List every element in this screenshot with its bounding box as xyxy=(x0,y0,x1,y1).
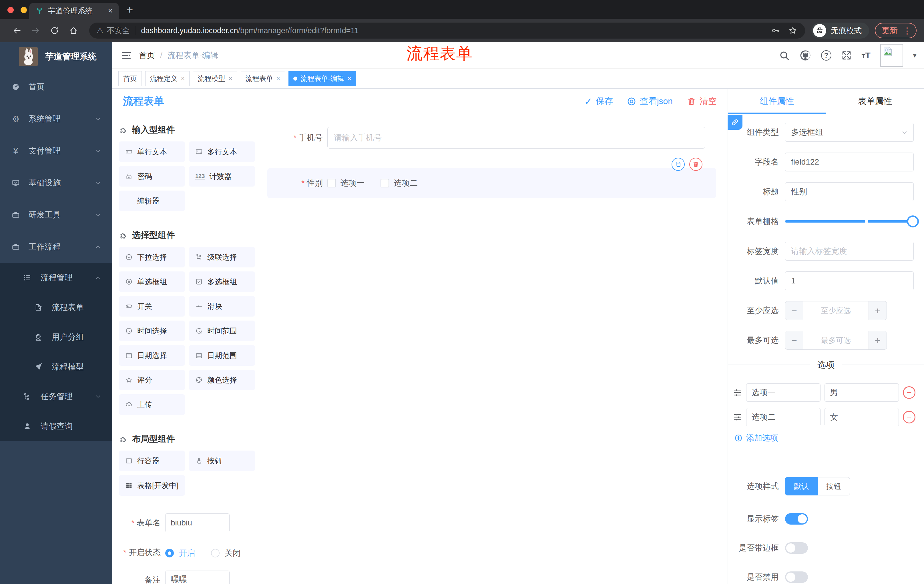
fullscreen-icon[interactable] xyxy=(841,50,852,61)
sidebar-item-devtools[interactable]: 研发工具 xyxy=(0,199,112,231)
breadcrumb-home[interactable]: 首页 xyxy=(139,50,155,61)
sidebar-item-user-group[interactable]: 用户分组 xyxy=(0,322,112,352)
tag-close-icon[interactable]: × xyxy=(229,75,233,82)
search-icon[interactable] xyxy=(779,50,790,61)
phone-input[interactable] xyxy=(327,127,705,148)
show-label-toggle[interactable] xyxy=(785,513,808,525)
close-window-button[interactable] xyxy=(7,7,14,13)
palette-item-cascader[interactable]: 级联选择 xyxy=(189,247,255,267)
tag-process-form[interactable]: 流程表单 × xyxy=(241,71,285,86)
remove-option-button[interactable]: − xyxy=(903,386,916,399)
form-canvas[interactable]: 手机号 性别 选项一 选项二 xyxy=(262,114,728,584)
sidebar-item-process-form[interactable]: 流程表单 xyxy=(0,293,112,322)
palette-item-editor[interactable]: 编辑器 xyxy=(119,191,185,211)
palette-item-upload[interactable]: 上传 xyxy=(119,394,185,415)
disabled-toggle[interactable] xyxy=(785,571,808,583)
canvas-field-phone[interactable]: 手机号 xyxy=(262,127,728,148)
title-input[interactable] xyxy=(785,182,914,201)
minimize-window-button[interactable] xyxy=(21,7,27,13)
palette-item-time-range[interactable]: 时间范围 xyxy=(189,321,255,341)
avatar[interactable] xyxy=(880,44,903,67)
palette-item-multi-text[interactable]: 多行文本 xyxy=(189,141,255,162)
style-default-button[interactable]: 默认 xyxy=(785,477,818,495)
default-value-input[interactable] xyxy=(785,271,914,290)
help-icon[interactable]: ? xyxy=(821,50,832,61)
palette-item-time-picker[interactable]: 时间选择 xyxy=(119,321,185,341)
stepper-minus-button[interactable]: − xyxy=(785,331,803,349)
sidebar-item-process-model[interactable]: 流程模型 xyxy=(0,352,112,382)
security-label[interactable]: 不安全 xyxy=(107,25,130,36)
save-button[interactable]: ✓ 保存 xyxy=(584,95,613,107)
delete-component-button[interactable] xyxy=(689,158,703,171)
sidebar-item-infra[interactable]: 基础设施 xyxy=(0,167,112,199)
checkbox-option-1[interactable] xyxy=(327,179,336,188)
stepper-minus-button[interactable]: − xyxy=(785,301,803,320)
stepper-plus-button[interactable]: + xyxy=(869,331,886,349)
tab-form-props[interactable]: 表单属性 xyxy=(826,89,924,114)
github-icon[interactable] xyxy=(799,49,811,61)
duplicate-component-button[interactable] xyxy=(672,158,685,171)
option-1-label-input[interactable] xyxy=(746,383,820,402)
slider-handle[interactable] xyxy=(907,216,919,227)
tag-close-icon[interactable]: × xyxy=(181,75,185,82)
new-tab-button[interactable]: + xyxy=(126,3,133,16)
palette-item-password[interactable]: 密码 xyxy=(119,166,185,187)
palette-item-counter[interactable]: 123计数器 xyxy=(189,166,255,187)
checkbox-option-2[interactable] xyxy=(381,179,389,188)
sidebar-collapse-icon[interactable] xyxy=(120,50,132,61)
stepper-plus-button[interactable]: + xyxy=(869,301,886,320)
sidebar-item-system[interactable]: ⚙ 系统管理 xyxy=(0,103,112,135)
home-icon[interactable] xyxy=(69,26,78,35)
back-icon[interactable] xyxy=(12,26,22,35)
canvas-field-gender-selected[interactable]: 性别 选项一 选项二 xyxy=(267,168,716,198)
label-width-input[interactable] xyxy=(785,242,914,261)
tag-close-icon[interactable]: × xyxy=(276,75,280,82)
palette-item-single-text[interactable]: 单行文本 xyxy=(119,141,185,162)
radio-on[interactable] xyxy=(165,549,174,558)
drag-handle-icon[interactable] xyxy=(733,388,742,397)
palette-item-select[interactable]: 下拉选择 xyxy=(119,247,185,267)
tab-component-props[interactable]: 组件属性 xyxy=(728,89,826,114)
tag-close-icon[interactable]: × xyxy=(348,75,351,82)
tag-process-definition[interactable]: 流程定义 × xyxy=(145,71,190,86)
clear-button[interactable]: 清空 xyxy=(686,95,717,107)
stepper-value[interactable]: 最多可选 xyxy=(803,331,869,349)
checkbox-option-2-label[interactable]: 选项二 xyxy=(394,178,418,189)
font-size-icon[interactable]: TT xyxy=(862,51,871,60)
sidebar-item-home[interactable]: 首页 xyxy=(0,71,112,103)
stepper-value[interactable]: 至少应选 xyxy=(803,301,869,320)
palette-item-radio-group[interactable]: 单选框组 xyxy=(119,271,185,292)
sidebar-item-workflow[interactable]: 工作流程 xyxy=(0,231,112,263)
reload-icon[interactable] xyxy=(50,26,59,35)
field-name-input[interactable] xyxy=(785,153,914,171)
tag-home[interactable]: 首页 xyxy=(118,71,142,86)
palette-item-button[interactable]: 按钮 xyxy=(189,451,255,471)
remove-option-button[interactable]: − xyxy=(903,411,916,423)
radio-on-label[interactable]: 开启 xyxy=(179,548,195,559)
form-remark-textarea[interactable]: 嘿嘿 xyxy=(165,571,229,584)
form-grid-slider[interactable] xyxy=(785,212,914,231)
add-option-button[interactable]: 添加选项 xyxy=(734,433,924,443)
palette-item-color-picker[interactable]: 颜色选择 xyxy=(189,370,255,390)
style-button-button[interactable]: 按钮 xyxy=(818,477,850,495)
option-2-label-input[interactable] xyxy=(746,408,820,426)
palette-item-slider[interactable]: 滑块 xyxy=(189,296,255,317)
palette-item-checkbox-group[interactable]: 多选框组 xyxy=(189,271,255,292)
tag-process-model[interactable]: 流程模型 × xyxy=(193,71,237,86)
option-1-value-input[interactable] xyxy=(825,383,899,402)
sidebar-item-process-mgmt[interactable]: 流程管理 xyxy=(0,263,112,293)
link-badge[interactable] xyxy=(728,115,742,130)
browser-tab[interactable]: 芋道管理系统 × xyxy=(29,3,119,19)
with-border-toggle[interactable] xyxy=(785,542,808,554)
browser-menu-icon[interactable]: ⋮ xyxy=(903,26,911,36)
avatar-dropdown-caret-icon[interactable]: ▾ xyxy=(913,51,917,60)
password-key-icon[interactable] xyxy=(771,26,780,35)
sidebar-item-task-mgmt[interactable]: 任务管理 xyxy=(0,382,112,411)
view-json-button[interactable]: 查看json xyxy=(627,95,673,107)
palette-item-row-container[interactable]: 行容器 xyxy=(119,451,185,471)
tab-close-icon[interactable]: × xyxy=(108,6,113,15)
sidebar-item-leave-query[interactable]: 请假查询 xyxy=(0,411,112,441)
radio-off[interactable] xyxy=(211,549,219,558)
bookmark-star-icon[interactable] xyxy=(788,26,798,35)
form-name-input[interactable] xyxy=(165,513,229,532)
